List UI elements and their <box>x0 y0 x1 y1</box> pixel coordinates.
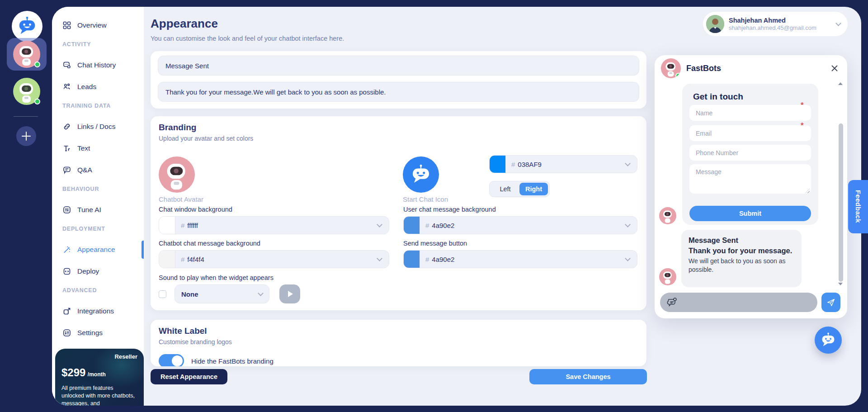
sidebar-item-integrations[interactable]: Integrations <box>52 304 144 318</box>
start-icon-color-picker[interactable]: # 038AF9 <box>489 155 637 173</box>
white-label-title: White Label <box>159 326 638 336</box>
sound-select[interactable]: None <box>175 284 269 303</box>
chat-launcher-button[interactable] <box>815 327 842 354</box>
chevron-down-icon <box>377 222 382 227</box>
sidebar-item-label: Chat History <box>77 61 116 69</box>
sidebar-item-deploy[interactable]: Deploy <box>52 264 144 279</box>
page-subtitle: You can customise the look and feel of y… <box>151 35 344 42</box>
hex-value: ffffff <box>187 222 198 229</box>
scroll-up-arrow[interactable] <box>838 82 843 85</box>
magic-wand-icon <box>62 245 71 254</box>
sidebar-item-settings[interactable]: Settings <box>52 326 144 340</box>
name-field[interactable] <box>689 105 811 121</box>
color-swatch[interactable] <box>404 217 420 234</box>
white-label-card: White Label Customise branding logos Hid… <box>151 320 646 366</box>
widget-close-button[interactable] <box>831 65 838 72</box>
add-chatbot-button[interactable] <box>16 126 36 146</box>
sidebar-item-tune-ai[interactable]: Tune AI <box>52 203 144 217</box>
user-msg-bg-label: User chat message background <box>403 206 496 213</box>
chatbot-avatar-upload[interactable] <box>159 156 195 193</box>
thank-you-message-input[interactable] <box>158 82 639 102</box>
plan-badge: Reseller <box>61 353 137 360</box>
sound-row: None <box>159 284 300 303</box>
page-title: Appearance <box>151 17 218 31</box>
scroll-down-arrow[interactable] <box>838 283 843 285</box>
send-button-color-picker[interactable]: # 4a90e2 <box>403 250 637 268</box>
sidebar-item-label: Deploy <box>77 267 99 275</box>
color-swatch[interactable] <box>490 156 506 173</box>
bot-msg-bg-picker[interactable]: # f4f4f4 <box>159 250 389 268</box>
widget-header: FastBots <box>655 55 847 81</box>
phone-field[interactable] <box>689 145 811 161</box>
robot-chat-icon <box>410 164 432 185</box>
sidebar-item-qa[interactable]: Q&A <box>52 163 144 177</box>
chevron-down-icon <box>625 256 631 261</box>
fastbots-logo[interactable] <box>12 11 42 42</box>
required-asterisk: * <box>801 101 804 110</box>
grid-icon <box>62 21 71 30</box>
chevron-down-icon <box>625 222 631 227</box>
paper-plane-icon <box>826 298 836 308</box>
widget-scrollbar-thumb[interactable] <box>839 123 843 282</box>
chatbot-rail <box>0 0 52 412</box>
sidebar-item-links-docs[interactable]: Links / Docs <box>52 119 144 134</box>
chevron-down-icon <box>835 20 841 26</box>
sidebar-item-leads[interactable]: Leads <box>52 80 144 94</box>
send-message-button[interactable] <box>821 293 840 312</box>
sidebar-item-appearance[interactable]: Appearance <box>52 242 144 257</box>
color-swatch[interactable] <box>159 251 175 268</box>
user-identity: Shahjehan Ahmed shahjehan.ahmed.45@gmail… <box>729 16 816 32</box>
text-icon <box>62 144 71 153</box>
pink-robot-avatar-icon <box>159 156 195 193</box>
color-swatch[interactable] <box>404 251 420 268</box>
chat-disabled-icon <box>666 297 678 308</box>
submit-button[interactable]: Submit <box>689 206 811 221</box>
reply-text-line: We will get back to you as soon as possi… <box>689 257 794 274</box>
play-sound-button[interactable] <box>279 284 300 303</box>
start-chat-icon-label: Start Chat Icon <box>403 195 448 203</box>
hex-hash: # <box>181 222 184 229</box>
fastbots-app: Overview ACTIVITY Chat History Leads <box>0 0 868 412</box>
reseller-plan-card[interactable]: Reseller $299 /month All premium feature… <box>55 349 144 406</box>
widget-message-inputbar[interactable] <box>660 293 817 312</box>
chatbot-avatar-label: Chatbot Avatar <box>159 195 203 203</box>
user-msg-bg-picker[interactable]: # 4a90e2 <box>403 216 637 234</box>
feedback-tab[interactable]: Feedback <box>848 180 868 233</box>
nav-section-advanced: ADVANCED <box>62 287 97 295</box>
online-status-dot <box>34 62 40 67</box>
user-avatar <box>706 15 724 33</box>
integrations-icon <box>62 307 71 316</box>
sidebar-item-chat-history[interactable]: Chat History <box>52 58 144 72</box>
user-profile-menu[interactable]: Shahjehan Ahmed shahjehan.ahmed.45@gmail… <box>703 12 848 36</box>
sidebar-item-label: Text <box>77 144 90 152</box>
sidebar-item-overview[interactable]: Overview <box>52 18 144 33</box>
pink-robot-avatar-icon <box>659 207 676 224</box>
rail-divider <box>14 116 38 117</box>
hide-branding-label: Hide the FastBots branding <box>191 357 274 365</box>
bot-msg-bg-label: Chatbot chat message background <box>159 240 260 247</box>
hide-branding-toggle[interactable] <box>159 354 184 366</box>
chat-history-icon <box>62 61 71 70</box>
message-field[interactable] <box>689 164 811 194</box>
save-changes-button[interactable]: Save Changes <box>529 369 647 384</box>
position-left-option[interactable]: Left <box>491 183 519 195</box>
color-swatch[interactable] <box>159 217 175 234</box>
user-name: Shahjehan Ahmed <box>729 16 816 24</box>
link-icon <box>62 122 71 131</box>
position-right-option[interactable]: Right <box>519 183 548 195</box>
tune-sliders-icon <box>62 205 71 214</box>
nav-section-deployment: DEPLOYMENT <box>62 226 105 234</box>
sidebar-item-text[interactable]: Text <box>52 141 144 156</box>
email-field[interactable] <box>689 125 811 141</box>
chat-window-bg-label: Chat window background <box>159 206 232 213</box>
reset-appearance-button[interactable]: Reset Appearance <box>151 369 227 384</box>
hex-hash: # <box>511 161 515 168</box>
bot-reply-bubble: Message Sent Thank you for your message.… <box>681 230 802 287</box>
hex-value: 4a90e2 <box>432 256 454 263</box>
start-chat-icon-preview[interactable] <box>403 156 439 193</box>
reply-title: Message Sent <box>689 236 794 245</box>
sound-label: Sound to play when the widget appears <box>159 274 274 281</box>
sound-enabled-checkbox[interactable] <box>159 290 166 298</box>
message-sent-input[interactable] <box>158 56 639 76</box>
chat-window-bg-picker[interactable]: # ffffff <box>159 216 389 234</box>
